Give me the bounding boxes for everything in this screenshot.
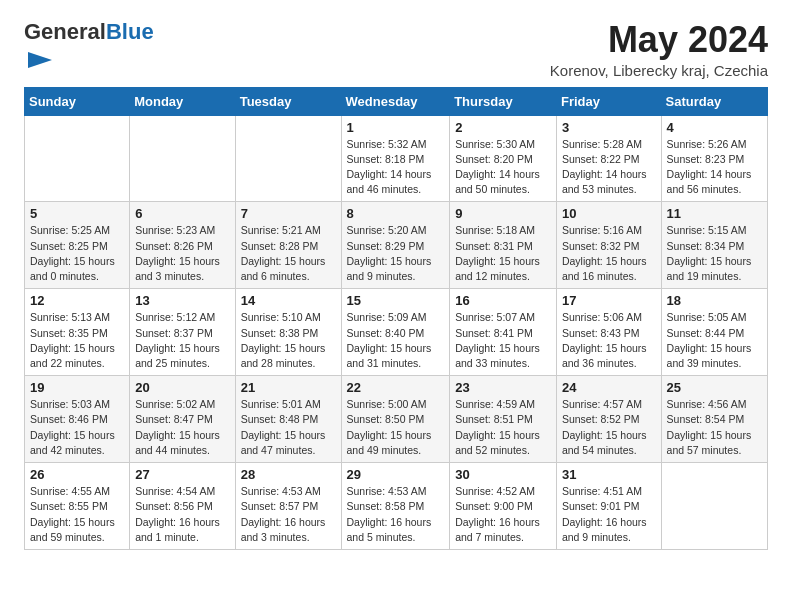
day-info: Sunrise: 5:10 AM Sunset: 8:38 PM Dayligh… [241, 310, 336, 371]
day-number: 28 [241, 467, 336, 482]
day-info: Sunrise: 5:21 AM Sunset: 8:28 PM Dayligh… [241, 223, 336, 284]
table-row [661, 463, 767, 550]
day-info: Sunrise: 4:53 AM Sunset: 8:57 PM Dayligh… [241, 484, 336, 545]
col-sunday: Sunday [25, 87, 130, 115]
table-row: 28Sunrise: 4:53 AM Sunset: 8:57 PM Dayli… [235, 463, 341, 550]
day-number: 29 [347, 467, 445, 482]
table-row: 8Sunrise: 5:20 AM Sunset: 8:29 PM Daylig… [341, 202, 450, 289]
table-row: 6Sunrise: 5:23 AM Sunset: 8:26 PM Daylig… [130, 202, 235, 289]
day-number: 7 [241, 206, 336, 221]
table-row: 1Sunrise: 5:32 AM Sunset: 8:18 PM Daylig… [341, 115, 450, 202]
col-thursday: Thursday [450, 87, 557, 115]
day-info: Sunrise: 4:54 AM Sunset: 8:56 PM Dayligh… [135, 484, 229, 545]
day-number: 18 [667, 293, 762, 308]
table-row: 12Sunrise: 5:13 AM Sunset: 8:35 PM Dayli… [25, 289, 130, 376]
day-number: 19 [30, 380, 124, 395]
table-row: 18Sunrise: 5:05 AM Sunset: 8:44 PM Dayli… [661, 289, 767, 376]
day-info: Sunrise: 5:23 AM Sunset: 8:26 PM Dayligh… [135, 223, 229, 284]
day-number: 15 [347, 293, 445, 308]
day-number: 2 [455, 120, 551, 135]
day-info: Sunrise: 5:25 AM Sunset: 8:25 PM Dayligh… [30, 223, 124, 284]
day-number: 31 [562, 467, 656, 482]
day-info: Sunrise: 5:00 AM Sunset: 8:50 PM Dayligh… [347, 397, 445, 458]
table-row: 21Sunrise: 5:01 AM Sunset: 8:48 PM Dayli… [235, 376, 341, 463]
table-row: 3Sunrise: 5:28 AM Sunset: 8:22 PM Daylig… [556, 115, 661, 202]
day-number: 20 [135, 380, 229, 395]
col-friday: Friday [556, 87, 661, 115]
day-number: 17 [562, 293, 656, 308]
day-info: Sunrise: 4:55 AM Sunset: 8:55 PM Dayligh… [30, 484, 124, 545]
table-row: 26Sunrise: 4:55 AM Sunset: 8:55 PM Dayli… [25, 463, 130, 550]
day-info: Sunrise: 4:53 AM Sunset: 8:58 PM Dayligh… [347, 484, 445, 545]
day-number: 6 [135, 206, 229, 221]
day-number: 24 [562, 380, 656, 395]
day-number: 8 [347, 206, 445, 221]
table-row: 15Sunrise: 5:09 AM Sunset: 8:40 PM Dayli… [341, 289, 450, 376]
day-info: Sunrise: 5:09 AM Sunset: 8:40 PM Dayligh… [347, 310, 445, 371]
table-row: 29Sunrise: 4:53 AM Sunset: 8:58 PM Dayli… [341, 463, 450, 550]
table-row: 5Sunrise: 5:25 AM Sunset: 8:25 PM Daylig… [25, 202, 130, 289]
svg-marker-0 [28, 52, 52, 68]
day-info: Sunrise: 5:16 AM Sunset: 8:32 PM Dayligh… [562, 223, 656, 284]
calendar-week-row: 1Sunrise: 5:32 AM Sunset: 8:18 PM Daylig… [25, 115, 768, 202]
day-number: 16 [455, 293, 551, 308]
day-number: 22 [347, 380, 445, 395]
location-subtitle: Korenov, Liberecky kraj, Czechia [550, 62, 768, 79]
day-number: 26 [30, 467, 124, 482]
day-number: 23 [455, 380, 551, 395]
day-info: Sunrise: 4:57 AM Sunset: 8:52 PM Dayligh… [562, 397, 656, 458]
month-year-title: May 2024 [550, 20, 768, 60]
day-number: 10 [562, 206, 656, 221]
table-row: 23Sunrise: 4:59 AM Sunset: 8:51 PM Dayli… [450, 376, 557, 463]
table-row: 17Sunrise: 5:06 AM Sunset: 8:43 PM Dayli… [556, 289, 661, 376]
day-info: Sunrise: 5:18 AM Sunset: 8:31 PM Dayligh… [455, 223, 551, 284]
day-number: 30 [455, 467, 551, 482]
day-info: Sunrise: 5:20 AM Sunset: 8:29 PM Dayligh… [347, 223, 445, 284]
day-number: 12 [30, 293, 124, 308]
day-info: Sunrise: 5:30 AM Sunset: 8:20 PM Dayligh… [455, 137, 551, 198]
table-row: 20Sunrise: 5:02 AM Sunset: 8:47 PM Dayli… [130, 376, 235, 463]
day-info: Sunrise: 5:07 AM Sunset: 8:41 PM Dayligh… [455, 310, 551, 371]
table-row: 24Sunrise: 4:57 AM Sunset: 8:52 PM Dayli… [556, 376, 661, 463]
col-tuesday: Tuesday [235, 87, 341, 115]
day-number: 9 [455, 206, 551, 221]
day-number: 13 [135, 293, 229, 308]
day-number: 25 [667, 380, 762, 395]
calendar-table: Sunday Monday Tuesday Wednesday Thursday… [24, 87, 768, 550]
calendar-week-row: 12Sunrise: 5:13 AM Sunset: 8:35 PM Dayli… [25, 289, 768, 376]
day-number: 27 [135, 467, 229, 482]
day-number: 14 [241, 293, 336, 308]
table-row: 27Sunrise: 4:54 AM Sunset: 8:56 PM Dayli… [130, 463, 235, 550]
day-number: 4 [667, 120, 762, 135]
day-info: Sunrise: 4:51 AM Sunset: 9:01 PM Dayligh… [562, 484, 656, 545]
day-info: Sunrise: 5:03 AM Sunset: 8:46 PM Dayligh… [30, 397, 124, 458]
day-info: Sunrise: 5:26 AM Sunset: 8:23 PM Dayligh… [667, 137, 762, 198]
table-row: 4Sunrise: 5:26 AM Sunset: 8:23 PM Daylig… [661, 115, 767, 202]
day-info: Sunrise: 5:13 AM Sunset: 8:35 PM Dayligh… [30, 310, 124, 371]
day-info: Sunrise: 5:01 AM Sunset: 8:48 PM Dayligh… [241, 397, 336, 458]
title-block: May 2024 Korenov, Liberecky kraj, Czechi… [550, 20, 768, 79]
day-info: Sunrise: 5:15 AM Sunset: 8:34 PM Dayligh… [667, 223, 762, 284]
day-info: Sunrise: 5:32 AM Sunset: 8:18 PM Dayligh… [347, 137, 445, 198]
day-info: Sunrise: 4:59 AM Sunset: 8:51 PM Dayligh… [455, 397, 551, 458]
table-row: 11Sunrise: 5:15 AM Sunset: 8:34 PM Dayli… [661, 202, 767, 289]
table-row: 10Sunrise: 5:16 AM Sunset: 8:32 PM Dayli… [556, 202, 661, 289]
day-info: Sunrise: 5:12 AM Sunset: 8:37 PM Dayligh… [135, 310, 229, 371]
calendar-page: GeneralBlue May 2024 Korenov, Liberecky … [0, 0, 792, 566]
calendar-week-row: 26Sunrise: 4:55 AM Sunset: 8:55 PM Dayli… [25, 463, 768, 550]
logo-icon [26, 46, 54, 74]
day-info: Sunrise: 5:02 AM Sunset: 8:47 PM Dayligh… [135, 397, 229, 458]
table-row: 30Sunrise: 4:52 AM Sunset: 9:00 PM Dayli… [450, 463, 557, 550]
table-row: 22Sunrise: 5:00 AM Sunset: 8:50 PM Dayli… [341, 376, 450, 463]
table-row: 13Sunrise: 5:12 AM Sunset: 8:37 PM Dayli… [130, 289, 235, 376]
table-row [235, 115, 341, 202]
day-info: Sunrise: 4:56 AM Sunset: 8:54 PM Dayligh… [667, 397, 762, 458]
table-row: 9Sunrise: 5:18 AM Sunset: 8:31 PM Daylig… [450, 202, 557, 289]
table-row: 31Sunrise: 4:51 AM Sunset: 9:01 PM Dayli… [556, 463, 661, 550]
logo-general: General [24, 19, 106, 44]
table-row: 2Sunrise: 5:30 AM Sunset: 8:20 PM Daylig… [450, 115, 557, 202]
table-row: 14Sunrise: 5:10 AM Sunset: 8:38 PM Dayli… [235, 289, 341, 376]
table-row [25, 115, 130, 202]
logo: GeneralBlue [24, 20, 154, 74]
page-header: GeneralBlue May 2024 Korenov, Liberecky … [24, 20, 768, 79]
